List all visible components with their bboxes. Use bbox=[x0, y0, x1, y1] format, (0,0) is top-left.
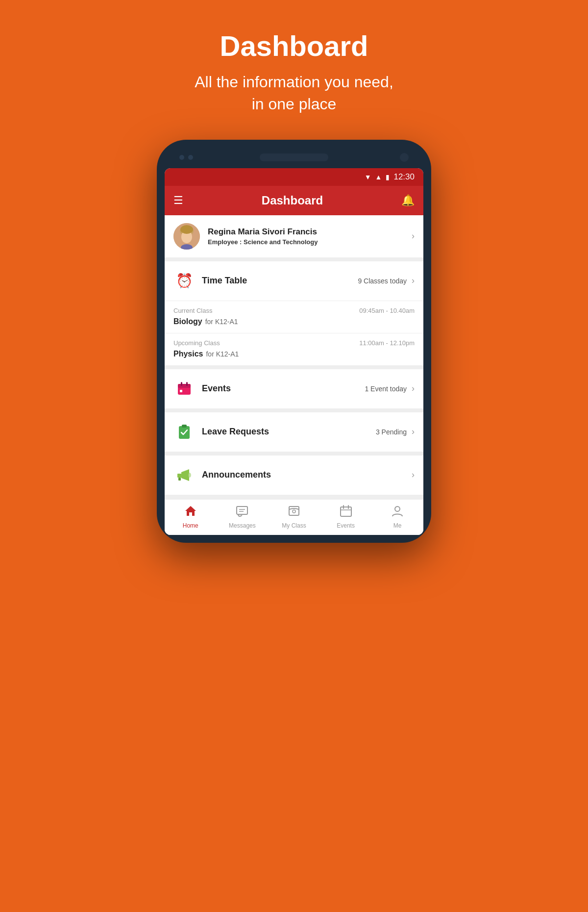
app-bar-title: Dashboard bbox=[262, 194, 323, 207]
nav-label-home: Home bbox=[183, 522, 198, 529]
phone-screen: ▼ ▲ ▮ 12:30 ☰ Dashboard 🔔 bbox=[165, 168, 423, 535]
bell-icon[interactable]: 🔔 bbox=[401, 194, 415, 207]
messages-icon bbox=[236, 505, 248, 520]
hamburger-icon[interactable]: ☰ bbox=[173, 194, 183, 207]
timetable-icon: ⏰ bbox=[173, 270, 195, 292]
profile-info: Regina Maria Sivori Francis Employee : S… bbox=[208, 227, 412, 246]
profile-card[interactable]: Regina Maria Sivori Francis Employee : S… bbox=[165, 215, 423, 257]
svg-rect-11 bbox=[182, 425, 187, 428]
svg-rect-21 bbox=[289, 507, 299, 515]
events-count: 1 Event today bbox=[365, 385, 407, 393]
leave-requests-card-row[interactable]: Leave Requests 3 Pending › bbox=[165, 412, 423, 452]
upcoming-class-label: Upcoming Class bbox=[173, 339, 220, 347]
events-card[interactable]: Events 1 Event today › bbox=[165, 369, 423, 408]
svg-marker-16 bbox=[185, 506, 196, 516]
signal-icon: ▲ bbox=[375, 173, 382, 181]
current-class-subject: Biology bbox=[173, 317, 202, 326]
events-nav-icon bbox=[340, 505, 352, 520]
profile-name: Regina Maria Sivori Francis bbox=[208, 227, 412, 237]
wifi-icon: ▼ bbox=[365, 173, 371, 181]
status-icons: ▼ ▲ ▮ 12:30 bbox=[365, 172, 415, 182]
events-title: Events bbox=[202, 383, 365, 394]
upcoming-class-detail: Upcoming Class 11:00am - 12.10pm Physics… bbox=[165, 333, 423, 365]
svg-rect-9 bbox=[180, 390, 182, 392]
svg-point-3 bbox=[180, 225, 193, 234]
app-bar: ☰ Dashboard 🔔 bbox=[165, 186, 423, 215]
svg-marker-13 bbox=[181, 469, 189, 481]
phone-top-bar bbox=[165, 153, 423, 161]
phone-shell: ▼ ▲ ▮ 12:30 ☰ Dashboard 🔔 bbox=[157, 140, 431, 543]
svg-rect-12 bbox=[177, 474, 181, 478]
svg-point-22 bbox=[293, 510, 295, 513]
nav-item-home[interactable]: Home bbox=[165, 505, 217, 529]
timetable-card-row[interactable]: ⏰ Time Table 9 Classes today › bbox=[165, 261, 423, 301]
upcoming-class-subject: Physics bbox=[173, 350, 203, 358]
phone-dot-1 bbox=[179, 155, 184, 160]
phone-speaker bbox=[260, 153, 328, 161]
events-card-row[interactable]: Events 1 Event today › bbox=[165, 369, 423, 408]
svg-rect-6 bbox=[178, 384, 191, 388]
profile-chevron-icon: › bbox=[412, 231, 415, 241]
upcoming-class-meta: Upcoming Class 11:00am - 12.10pm bbox=[173, 339, 415, 347]
battery-icon: ▮ bbox=[386, 173, 390, 181]
current-class-detail: Current Class 09:45am - 10.40am Biologyf… bbox=[165, 301, 423, 333]
nav-label-me: Me bbox=[393, 522, 402, 529]
announcements-icon bbox=[173, 464, 195, 486]
svg-rect-17 bbox=[237, 507, 247, 514]
upcoming-class-time: 11:00am - 12.10pm bbox=[359, 339, 415, 347]
current-class-time: 09:45am - 10.40am bbox=[359, 307, 415, 314]
leave-chevron-icon: › bbox=[412, 427, 415, 437]
avatar bbox=[173, 223, 200, 250]
announcements-card-row[interactable]: Announcements › bbox=[165, 456, 423, 495]
upcoming-class-group: for K12-A1 bbox=[206, 350, 239, 358]
nav-item-my-class[interactable]: My Class bbox=[268, 505, 320, 529]
profile-role: Employee : Science and Technology bbox=[208, 238, 412, 246]
announcements-title: Announcements bbox=[202, 470, 407, 480]
nav-item-me[interactable]: Me bbox=[371, 505, 423, 529]
status-time: 12:30 bbox=[393, 172, 415, 182]
leave-requests-icon bbox=[173, 421, 195, 443]
bottom-nav: Home Messages bbox=[165, 499, 423, 535]
nav-label-messages: Messages bbox=[229, 522, 256, 529]
nav-item-events[interactable]: Events bbox=[320, 505, 372, 529]
home-icon bbox=[184, 505, 197, 520]
events-icon bbox=[173, 378, 195, 400]
current-class-meta: Current Class 09:45am - 10.40am bbox=[173, 307, 415, 314]
my-class-icon bbox=[288, 505, 300, 520]
announcements-card[interactable]: Announcements › bbox=[165, 456, 423, 495]
leave-requests-count: 3 Pending bbox=[376, 428, 407, 436]
svg-point-15 bbox=[188, 473, 191, 478]
svg-rect-7 bbox=[181, 382, 182, 386]
current-class-label: Current Class bbox=[173, 307, 212, 314]
leave-requests-title: Leave Requests bbox=[202, 427, 376, 437]
leave-requests-card[interactable]: Leave Requests 3 Pending › bbox=[165, 412, 423, 452]
timetable-count: 9 Classes today bbox=[358, 277, 407, 285]
events-chevron-icon: › bbox=[412, 383, 415, 394]
status-bar: ▼ ▲ ▮ 12:30 bbox=[165, 168, 423, 186]
phone-dot-2 bbox=[188, 155, 193, 160]
svg-rect-8 bbox=[186, 382, 188, 386]
current-class-name: Biologyfor K12-A1 bbox=[173, 317, 415, 326]
nav-item-messages[interactable]: Messages bbox=[217, 505, 269, 529]
timetable-title: Time Table bbox=[202, 276, 358, 286]
svg-point-27 bbox=[395, 507, 400, 511]
content-area: Regina Maria Sivori Francis Employee : S… bbox=[165, 215, 423, 535]
role-value: Science and Technology bbox=[244, 238, 318, 246]
phone-dots bbox=[179, 155, 193, 160]
upcoming-class-name: Physicsfor K12-A1 bbox=[173, 350, 415, 358]
nav-label-my-class: My Class bbox=[282, 522, 306, 529]
page-subtitle: All the information you need,in one plac… bbox=[195, 71, 393, 115]
svg-rect-14 bbox=[178, 478, 181, 481]
page-header: Dashboard All the information you need,i… bbox=[195, 29, 393, 115]
timetable-card: ⏰ Time Table 9 Classes today › Current C… bbox=[165, 261, 423, 365]
svg-rect-23 bbox=[341, 507, 351, 516]
me-icon bbox=[391, 505, 404, 520]
page-title: Dashboard bbox=[195, 29, 393, 62]
timetable-chevron-icon: › bbox=[412, 276, 415, 286]
role-label: Employee : bbox=[208, 238, 242, 246]
phone-camera bbox=[400, 153, 409, 162]
announcements-chevron-icon: › bbox=[412, 470, 415, 480]
nav-label-events: Events bbox=[337, 522, 355, 529]
current-class-group: for K12-A1 bbox=[205, 318, 238, 326]
